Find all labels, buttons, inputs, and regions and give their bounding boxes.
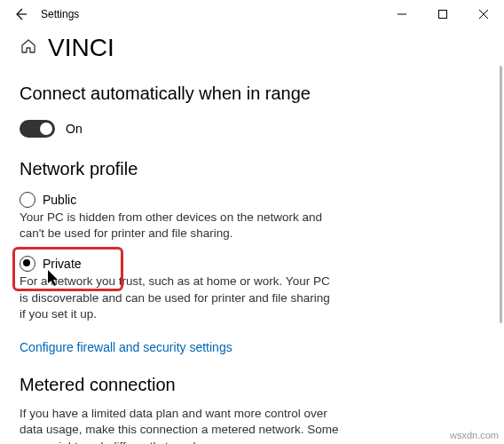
close-button[interactable] bbox=[463, 0, 504, 28]
radio-circle-selected-icon bbox=[20, 256, 35, 272]
radio-circle-icon bbox=[20, 192, 35, 208]
page-title: VINCI bbox=[48, 34, 114, 62]
network-profile-heading: Network profile bbox=[20, 159, 484, 179]
window-title: Settings bbox=[41, 8, 79, 20]
minimize-button[interactable] bbox=[382, 0, 422, 28]
minimize-icon bbox=[398, 10, 406, 19]
scrollbar[interactable] bbox=[500, 66, 502, 323]
back-button[interactable] bbox=[7, 7, 34, 21]
toggle-knob bbox=[40, 123, 52, 135]
radio-public[interactable]: Public bbox=[20, 192, 339, 208]
radio-public-label: Public bbox=[43, 193, 76, 207]
svg-rect-2 bbox=[439, 11, 447, 19]
metered-heading: Metered connection bbox=[20, 375, 484, 395]
watermark: wsxdn.com bbox=[450, 430, 499, 440]
radio-private-desc: For a network you trust, such as at home… bbox=[20, 274, 339, 322]
radio-private[interactable]: Private bbox=[20, 256, 339, 272]
auto-connect-toggle-label: On bbox=[66, 122, 83, 136]
radio-option-private: Private For a network you trust, such as… bbox=[20, 256, 339, 322]
firewall-settings-link[interactable]: Configure firewall and security settings bbox=[20, 340, 232, 354]
auto-connect-heading: Connect automatically when in range bbox=[20, 83, 484, 104]
radio-option-public: Public Your PC is hidden from other devi… bbox=[20, 192, 339, 242]
close-icon bbox=[479, 10, 488, 19]
radio-public-desc: Your PC is hidden from other devices on … bbox=[20, 210, 339, 242]
auto-connect-toggle[interactable] bbox=[20, 120, 55, 138]
radio-private-label: Private bbox=[43, 257, 82, 271]
back-arrow-icon bbox=[13, 7, 28, 21]
maximize-button[interactable] bbox=[422, 0, 463, 28]
home-icon[interactable] bbox=[20, 37, 37, 59]
maximize-icon bbox=[438, 10, 447, 19]
metered-desc: If you have a limited data plan and want… bbox=[20, 406, 339, 444]
